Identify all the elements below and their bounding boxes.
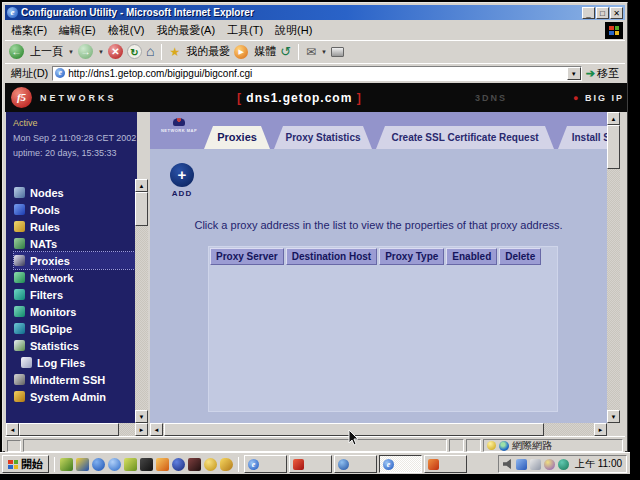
- address-bar: 網址(D) e http://dns1.getop.com/bigipgui/b…: [5, 63, 625, 82]
- quicklaunch-icon[interactable]: [124, 458, 137, 471]
- column-header-proxy-type[interactable]: Proxy Type: [379, 248, 444, 265]
- minimize-button[interactable]: _: [582, 7, 595, 19]
- sidebar-vertical-scrollbar[interactable]: ▲ ▼: [135, 179, 148, 423]
- sidebar-item-nats[interactable]: NATs: [14, 235, 135, 252]
- quicklaunch-icon[interactable]: [108, 458, 121, 471]
- menu-file[interactable]: 檔案(F): [11, 23, 47, 38]
- column-header-delete[interactable]: Delete: [499, 248, 541, 265]
- network-map-button[interactable]: NETWORK MAP: [156, 116, 202, 146]
- close-button[interactable]: ✕: [610, 7, 623, 19]
- task-button[interactable]: [334, 455, 377, 473]
- menu-help[interactable]: 說明(H): [275, 23, 312, 38]
- status-bar: 網際網路: [5, 436, 625, 453]
- quicklaunch-icon[interactable]: [188, 458, 201, 471]
- history-icon[interactable]: ↺: [280, 44, 291, 59]
- back-icon[interactable]: ←: [9, 44, 24, 59]
- forward-dropdown-icon[interactable]: ▼: [98, 49, 104, 55]
- sidebar-item-monitors[interactable]: Monitors: [14, 303, 135, 320]
- tray-icon[interactable]: [516, 459, 527, 470]
- forward-icon[interactable]: →: [78, 44, 93, 59]
- favorites-button-label[interactable]: 我的最愛: [186, 44, 230, 59]
- pipe-icon: [14, 323, 25, 334]
- sidebar-item-pools[interactable]: Pools: [14, 201, 135, 218]
- url-text[interactable]: http://dns1.getop.com/bigipgui/bigconf.c…: [68, 68, 564, 79]
- task-button[interactable]: e: [244, 455, 287, 473]
- scroll-down-icon[interactable]: ▼: [607, 410, 620, 423]
- quicklaunch-icon[interactable]: [60, 458, 73, 471]
- scroll-right-icon[interactable]: ►: [594, 423, 607, 436]
- scroll-right-icon[interactable]: ►: [135, 423, 148, 436]
- statistics-icon: [14, 340, 25, 351]
- sidebar-item-nodes[interactable]: Nodes: [14, 184, 135, 201]
- print-icon[interactable]: [331, 47, 344, 57]
- mail-icon[interactable]: ✉: [306, 45, 316, 59]
- quicklaunch-icon[interactable]: [140, 458, 153, 471]
- content-vertical-scrollbar[interactable]: ▲ ▼: [607, 112, 620, 423]
- content-horizontal-scrollbar[interactable]: ◄ ►: [150, 423, 607, 436]
- refresh-icon[interactable]: ↻: [127, 44, 142, 59]
- scroll-left-icon[interactable]: ◄: [6, 423, 19, 436]
- back-dropdown-icon[interactable]: ▼: [68, 49, 74, 55]
- product-bigip-label: ● BIG IP: [573, 93, 624, 103]
- quicklaunch-icon[interactable]: [76, 458, 89, 471]
- go-button[interactable]: ➔ 移至: [586, 66, 625, 81]
- sidebar-item-system-admin[interactable]: System Admin: [14, 388, 135, 405]
- quicklaunch-icon[interactable]: [204, 458, 217, 471]
- address-input[interactable]: e http://dns1.getop.com/bigipgui/bigconf…: [52, 66, 582, 81]
- scroll-up-icon[interactable]: ▲: [607, 112, 620, 125]
- column-header-destination-host[interactable]: Destination Host: [286, 248, 377, 265]
- scroll-left-icon[interactable]: ◄: [150, 423, 163, 436]
- sidebar-item-filters[interactable]: Filters: [14, 286, 135, 303]
- column-header-proxy-server[interactable]: Proxy Server: [210, 248, 284, 265]
- start-button[interactable]: 開始: [2, 455, 49, 473]
- quicklaunch-icon[interactable]: [156, 458, 169, 471]
- task-button[interactable]: [424, 455, 467, 473]
- media-button-label[interactable]: 媒體: [254, 44, 276, 59]
- task-button[interactable]: [289, 455, 332, 473]
- favorites-icon[interactable]: ★: [169, 45, 180, 59]
- sidebar-horizontal-scrollbar[interactable]: ◄ ►: [6, 423, 148, 436]
- sidebar-item-network[interactable]: Network: [14, 269, 135, 286]
- stop-icon[interactable]: ✕: [108, 44, 123, 59]
- status-uptime: uptime: 20 days, 15:35:33: [13, 146, 136, 161]
- scroll-thumb[interactable]: [19, 423, 119, 436]
- sidebar-item-rules[interactable]: Rules: [14, 218, 135, 235]
- quicklaunch-icon[interactable]: [172, 458, 185, 471]
- menu-view[interactable]: 檢視(V): [108, 23, 145, 38]
- task-button-active[interactable]: e: [379, 455, 422, 473]
- menu-favorites[interactable]: 我的最愛(A): [156, 23, 215, 38]
- sidebar-item-bigpipe[interactable]: BIGpipe: [14, 320, 135, 337]
- tab-install-ssl-certificate[interactable]: Install SSL Certifi: [558, 126, 607, 149]
- back-button-label[interactable]: 上一頁: [30, 44, 63, 59]
- scroll-down-icon[interactable]: ▼: [135, 410, 148, 423]
- scroll-up-icon[interactable]: ▲: [135, 179, 148, 192]
- volume-icon[interactable]: [503, 459, 513, 469]
- mail-dropdown-icon[interactable]: ▼: [321, 49, 327, 55]
- sidebar-item-mindterm-ssh[interactable]: Mindterm SSH: [14, 371, 135, 388]
- tab-proxy-statistics[interactable]: Proxy Statistics: [274, 126, 372, 149]
- add-button[interactable]: +: [170, 163, 194, 187]
- menu-edit[interactable]: 編輯(E): [59, 23, 96, 38]
- quicklaunch-icon[interactable]: [92, 458, 105, 471]
- scroll-thumb[interactable]: [607, 125, 620, 169]
- column-header-enabled[interactable]: Enabled: [446, 248, 497, 265]
- scroll-thumb[interactable]: [135, 192, 148, 226]
- tray-icon[interactable]: [544, 459, 555, 470]
- home-icon[interactable]: ⌂: [146, 44, 154, 59]
- address-dropdown-icon[interactable]: ▼: [567, 67, 581, 80]
- media-icon[interactable]: ▶: [234, 45, 248, 59]
- sidebar-item-proxies[interactable]: Proxies: [14, 252, 135, 269]
- menu-tools[interactable]: 工具(T): [227, 23, 263, 38]
- maximize-button[interactable]: □: [596, 7, 609, 19]
- tab-proxies[interactable]: Proxies: [204, 126, 270, 149]
- filter-icon: [14, 289, 25, 300]
- sidebar-item-statistics[interactable]: Statistics: [14, 337, 135, 354]
- sidebar-item-log-files[interactable]: Log Files: [14, 354, 135, 371]
- table-header-row: Proxy Server Destination Host Proxy Type…: [210, 248, 541, 265]
- tray-icon[interactable]: [558, 459, 569, 470]
- quicklaunch-icon[interactable]: [220, 458, 233, 471]
- tray-icon[interactable]: [530, 459, 541, 470]
- tab-create-ssl-certificate-request[interactable]: Create SSL Certificate Request: [376, 126, 554, 149]
- mouse-cursor: [348, 430, 359, 446]
- proxy-icon: [14, 255, 25, 266]
